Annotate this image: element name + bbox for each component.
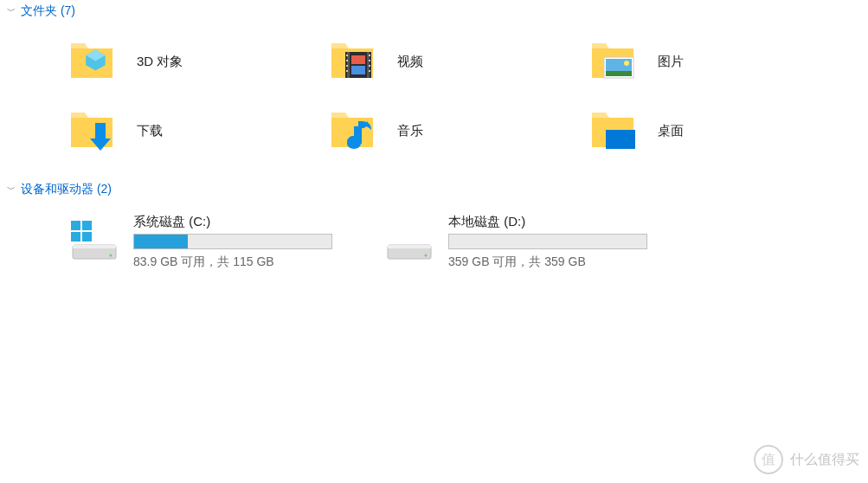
- folder-downloads-icon: [69, 109, 121, 152]
- drive-name: 系统磁盘 (C:): [133, 214, 332, 230]
- drive-usage-bar: [448, 234, 647, 249]
- chevron-down-icon: ﹀: [7, 184, 16, 196]
- svg-rect-27: [71, 221, 80, 230]
- folder-pictures-icon: [590, 40, 642, 83]
- svg-point-26: [110, 254, 113, 257]
- svg-point-14: [369, 70, 370, 72]
- folders-grid: 3D 对象 视频: [0, 23, 868, 178]
- watermark-icon: 值: [754, 445, 783, 474]
- svg-point-11: [369, 55, 370, 56]
- watermark-text: 什么值得买: [790, 451, 859, 469]
- svg-point-10: [346, 70, 348, 72]
- svg-rect-23: [606, 130, 635, 149]
- svg-rect-5: [351, 55, 365, 64]
- svg-point-7: [346, 55, 348, 56]
- svg-point-8: [346, 60, 348, 61]
- svg-point-33: [425, 254, 428, 257]
- svg-point-13: [369, 65, 370, 67]
- svg-rect-32: [388, 245, 431, 248]
- folder-label: 桌面: [658, 123, 684, 139]
- folder-label: 视频: [397, 54, 423, 70]
- folder-desktop[interactable]: 桌面: [590, 109, 833, 152]
- folder-downloads[interactable]: 下载: [69, 109, 312, 152]
- folder-3d-objects[interactable]: 3D 对象: [69, 40, 312, 83]
- svg-rect-19: [95, 123, 106, 138]
- svg-point-18: [624, 61, 629, 66]
- folder-label: 下载: [137, 123, 163, 139]
- drive-stats: 83.9 GB 可用，共 115 GB: [133, 254, 332, 270]
- folder-label: 3D 对象: [137, 54, 183, 70]
- folder-3d-icon: [69, 40, 121, 83]
- drive-info: 系统磁盘 (C:) 83.9 GB 可用，共 115 GB: [133, 214, 332, 270]
- svg-point-12: [369, 60, 370, 61]
- svg-rect-22: [358, 121, 362, 144]
- folders-section-header[interactable]: ﹀ 文件夹 (7): [0, 0, 868, 23]
- local-drive-icon: [384, 219, 434, 262]
- drive-name: 本地磁盘 (D:): [448, 214, 647, 230]
- svg-rect-17: [606, 71, 632, 76]
- folders-section-title: 文件夹 (7): [21, 3, 75, 19]
- drive-info: 本地磁盘 (D:) 359 GB 可用，共 359 GB: [448, 214, 647, 270]
- folder-music-icon: [330, 109, 382, 152]
- svg-rect-6: [351, 66, 365, 74]
- folder-music[interactable]: 音乐: [330, 109, 573, 152]
- svg-rect-30: [82, 232, 92, 242]
- folder-pictures[interactable]: 图片: [590, 40, 833, 83]
- system-drive-icon: [69, 219, 119, 262]
- drive-stats: 359 GB 可用，共 359 GB: [448, 254, 647, 270]
- drive-c[interactable]: 系统磁盘 (C:) 83.9 GB 可用，共 115 GB: [69, 214, 332, 270]
- drives-section-header[interactable]: ﹀ 设备和驱动器 (2): [0, 178, 868, 201]
- svg-point-9: [346, 65, 348, 67]
- folder-label: 图片: [658, 54, 684, 70]
- svg-rect-29: [71, 232, 80, 242]
- svg-rect-28: [82, 221, 92, 230]
- watermark: 值 什么值得买: [754, 445, 859, 474]
- drive-usage-fill: [134, 235, 188, 248]
- chevron-down-icon: ﹀: [7, 5, 16, 17]
- drive-d[interactable]: 本地磁盘 (D:) 359 GB 可用，共 359 GB: [384, 214, 647, 270]
- drives-section-title: 设备和驱动器 (2): [21, 182, 112, 197]
- drives-row: 系统磁盘 (C:) 83.9 GB 可用，共 115 GB 本地磁盘 (D:) …: [0, 201, 868, 279]
- folder-videos[interactable]: 视频: [330, 40, 573, 83]
- folder-videos-icon: [330, 40, 382, 83]
- folder-desktop-icon: [590, 109, 642, 152]
- svg-rect-25: [73, 245, 116, 248]
- folder-label: 音乐: [397, 123, 423, 139]
- drive-usage-bar: [133, 234, 332, 249]
